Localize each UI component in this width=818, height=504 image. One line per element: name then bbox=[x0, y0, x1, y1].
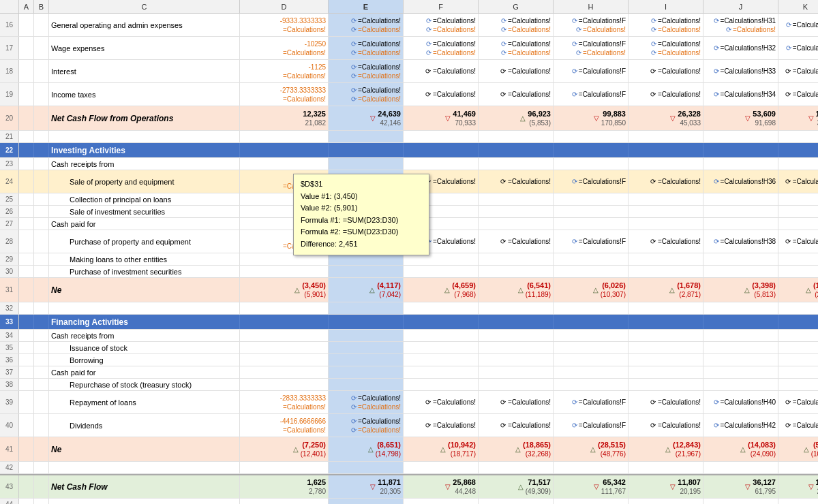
cell-c36[interactable]: Borrowing bbox=[49, 354, 240, 366]
cell-g24[interactable]: ⟳ =Calculations! bbox=[479, 170, 554, 193]
cell-c23[interactable]: Cash receipts from bbox=[49, 158, 240, 170]
cell-j19[interactable]: ⟳=Calculations!H34 bbox=[703, 83, 778, 106]
cell-k17[interactable]: ⟳=Calculation bbox=[778, 37, 818, 59]
cell-e16[interactable]: ⟳=Calculations! ⟳=Calculations! bbox=[329, 14, 404, 36]
cell-d39[interactable]: -2833.3333333 =Calculations! bbox=[240, 391, 329, 413]
cell-b20[interactable] bbox=[34, 106, 49, 130]
cell-i41[interactable]: △ (12,843) (21,967) bbox=[628, 437, 703, 461]
cell-i40[interactable]: ⟳ =Calculations! bbox=[628, 414, 703, 437]
cell-h43[interactable]: ▽ 65,342 111,767 bbox=[554, 475, 628, 498]
cell-j41[interactable]: △ (14,083) (24,090) bbox=[703, 437, 778, 461]
cell-d20[interactable]: 12,325 21,082 bbox=[240, 106, 329, 130]
cell-j43[interactable]: ▽ 36,127 61,795 bbox=[703, 475, 778, 498]
cell-c29[interactable]: Making loans to other entities bbox=[49, 253, 240, 265]
cell-h39[interactable]: ⟳=Calculations!F bbox=[554, 391, 628, 413]
cell-d31[interactable]: △ (3,450) (5,901) bbox=[240, 278, 329, 302]
cell-c25[interactable]: Collection of principal on loans bbox=[49, 193, 240, 205]
cell-j24[interactable]: ⟳=Calculations!H36 bbox=[703, 170, 778, 193]
cell-j31[interactable]: △ (3,398) (5,813) bbox=[703, 278, 778, 302]
cell-h20[interactable]: ▽ 99,883 170,850 bbox=[554, 106, 628, 130]
cell-h18[interactable]: ⟳=Calculations!F bbox=[554, 60, 628, 82]
cell-f20[interactable]: ▽ 41,469 70,933 bbox=[404, 106, 479, 130]
cell-e40[interactable]: ⟳=Calculations! ⟳=Calculations! bbox=[329, 414, 404, 437]
cell-k19[interactable]: ⟳ =Calculation bbox=[778, 83, 818, 106]
cell-i31[interactable]: △ (1,678) (2,871) bbox=[628, 278, 703, 302]
col-header-e[interactable]: E bbox=[329, 0, 404, 13]
cell-f39[interactable]: ⟳ =Calculations! bbox=[404, 391, 479, 413]
cell-c28[interactable]: Purchase of property and equipment bbox=[49, 230, 240, 253]
cell-a16[interactable] bbox=[19, 14, 34, 36]
cell-h17[interactable]: ⟳=Calculations!F ⟳=Calculations! bbox=[554, 37, 628, 59]
col-header-d[interactable]: D bbox=[240, 0, 329, 13]
cell-i20[interactable]: ▽ 26,328 45,033 bbox=[628, 106, 703, 130]
cell-b16[interactable] bbox=[34, 14, 49, 36]
cell-h41[interactable]: △ (28,515) (48,776) bbox=[554, 437, 628, 461]
cell-g41[interactable]: △ (18,865) (32,268) bbox=[479, 437, 554, 461]
cell-c38[interactable]: Repurchase of stock (treasury stock) bbox=[49, 379, 240, 390]
cell-d17[interactable]: -10250 =Calculations! bbox=[240, 37, 329, 59]
cell-j18[interactable]: ⟳=Calculations!H33 bbox=[703, 60, 778, 82]
cell-g28[interactable]: ⟳ =Calculations! bbox=[479, 230, 554, 253]
cell-c20[interactable]: Net Cash Flow from Operations bbox=[49, 106, 240, 130]
cell-h40[interactable]: ⟳=Calculations!F bbox=[554, 414, 628, 437]
cell-b18[interactable] bbox=[34, 60, 49, 82]
cell-c33[interactable]: Financing Activities bbox=[49, 315, 240, 329]
col-header-h[interactable]: H bbox=[554, 0, 628, 13]
cell-c27[interactable]: Cash paid for bbox=[49, 218, 240, 230]
cell-c17[interactable]: Wage expenses bbox=[49, 37, 240, 59]
cell-d19[interactable]: -2733.3333333 =Calculations! bbox=[240, 83, 329, 106]
cell-h28[interactable]: ⟳=Calculations!F bbox=[554, 230, 628, 253]
col-header-b[interactable]: B bbox=[34, 0, 49, 13]
col-header-f[interactable]: F bbox=[404, 0, 479, 13]
cell-i16[interactable]: ⟳=Calculations! ⟳=Calculations! bbox=[628, 14, 703, 36]
cell-g43[interactable]: △ 71,517 (49,309) bbox=[479, 475, 554, 498]
cell-j28[interactable]: ⟳=Calculations!H38 bbox=[703, 230, 778, 253]
col-header-k[interactable]: K bbox=[778, 0, 818, 13]
cell-g16[interactable]: ⟳=Calculations! ⟳=Calculations! bbox=[479, 14, 554, 36]
cell-c30[interactable]: Purchase of investment securities bbox=[49, 266, 240, 277]
cell-e41[interactable]: △ (8,651) (14,798) bbox=[329, 437, 404, 461]
cell-j40[interactable]: ⟳=Calculations!H42 bbox=[703, 414, 778, 437]
col-header-j[interactable]: J bbox=[703, 0, 778, 13]
cell-k18[interactable]: ⟳ =Calculation bbox=[778, 60, 818, 82]
cell-d16[interactable]: -9333.3333333 =Calculations! bbox=[240, 14, 329, 36]
cell-f17[interactable]: ⟳=Calculations! ⟳=Calculations! bbox=[404, 37, 479, 59]
cell-i17[interactable]: ⟳=Calculations! ⟳=Calculations! bbox=[628, 37, 703, 59]
cell-g31[interactable]: △ (6,541) (11,189) bbox=[479, 278, 554, 302]
cell-e43[interactable]: ▽ 11,871 20,305 bbox=[329, 475, 404, 498]
cell-e17[interactable]: ⟳=Calculations! ⟳=Calculations! bbox=[329, 37, 404, 59]
cell-e31[interactable]: △ (4,117) (7,042) bbox=[329, 278, 404, 302]
cell-g39[interactable]: ⟳ =Calculations! bbox=[479, 391, 554, 413]
cell-k16[interactable]: ⟳=Calculation bbox=[778, 14, 818, 36]
col-header-a[interactable]: A bbox=[19, 0, 34, 13]
cell-k39[interactable]: ⟳ =Calculation bbox=[778, 391, 818, 413]
cell-f19[interactable]: ⟳ =Calculations! bbox=[404, 83, 479, 106]
cell-g20[interactable]: △ 96,923 (5,853) bbox=[479, 106, 554, 130]
cell-e39[interactable]: ⟳=Calculations! ⟳=Calculations! bbox=[329, 391, 404, 413]
cell-c43[interactable]: Net Cash Flow bbox=[49, 475, 240, 498]
cell-d41[interactable]: △ (7,250) (12,401) bbox=[240, 437, 329, 461]
cell-e20[interactable]: ▽ 24,639 42,146 bbox=[329, 106, 404, 130]
cell-i24[interactable]: ⟳ =Calculations! bbox=[628, 170, 703, 193]
cell-k41[interactable]: △ (5,86 (10,02 bbox=[778, 437, 818, 461]
cell-c39[interactable]: Repayment of loans bbox=[49, 391, 240, 413]
cell-h19[interactable]: ⟳=Calculations!F bbox=[554, 83, 628, 106]
cell-g40[interactable]: ⟳ =Calculations! bbox=[479, 414, 554, 437]
cell-c26[interactable]: Sale of investment securities bbox=[49, 206, 240, 217]
cell-c31[interactable]: Ne bbox=[49, 278, 240, 302]
cell-c19[interactable]: Income taxes bbox=[49, 83, 240, 106]
cell-i18[interactable]: ⟳ =Calculations! bbox=[628, 60, 703, 82]
cell-j39[interactable]: ⟳=Calculations!H40 bbox=[703, 391, 778, 413]
cell-a17[interactable] bbox=[19, 37, 34, 59]
cell-k40[interactable]: ⟳ =Calculation bbox=[778, 414, 818, 437]
cell-e18[interactable]: ⟳=Calculations! ⟳=Calculations! bbox=[329, 60, 404, 82]
cell-j20[interactable]: ▽ 53,609 91,698 bbox=[703, 106, 778, 130]
cell-f31[interactable]: △ (4,659) (7,968) bbox=[404, 278, 479, 302]
cell-k20[interactable]: ▽ 19,4 33,2 bbox=[778, 106, 818, 130]
cell-f40[interactable]: ⟳ =Calculations! bbox=[404, 414, 479, 437]
cell-c18[interactable]: Interest bbox=[49, 60, 240, 82]
cell-e19[interactable]: ⟳=Calculations! ⟳=Calculations! bbox=[329, 83, 404, 106]
cell-h16[interactable]: ⟳=Calculations!F ⟳=Calculations! bbox=[554, 14, 628, 36]
cell-k43[interactable]: ▽ 12,1 20,7 bbox=[778, 475, 818, 498]
cell-k24[interactable]: ⟳ =Calculation bbox=[778, 170, 818, 193]
